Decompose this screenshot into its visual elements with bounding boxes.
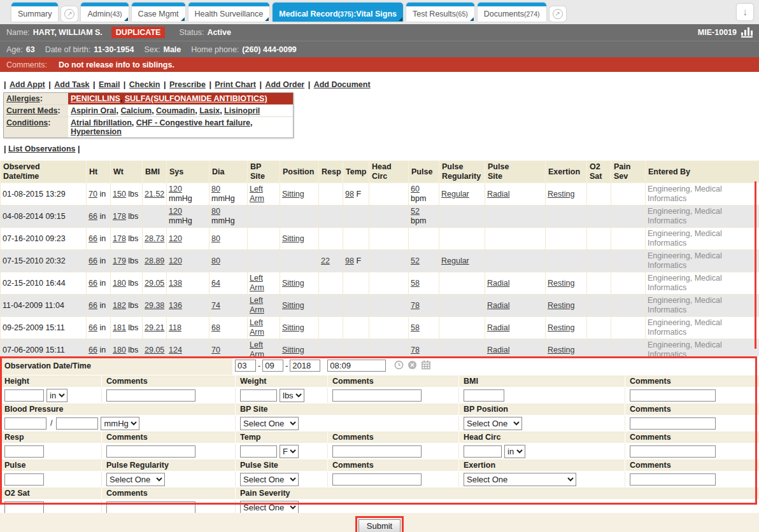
obs-value-link[interactable]: 66	[89, 346, 97, 354]
obs-value-link[interactable]: 120	[169, 256, 182, 265]
obs-value-link[interactable]: Sitting	[282, 190, 304, 199]
resp-comments-input[interactable]	[106, 445, 195, 458]
obs-value-link[interactable]: Radial	[487, 190, 509, 199]
obs-value-link[interactable]: 58	[411, 323, 420, 332]
obs-value-link[interactable]: 66	[89, 212, 97, 221]
obs-value-link[interactable]: Radial	[487, 346, 509, 354]
allergy-link[interactable]: SULFA(SULFONAMIDE ANTIBIOTICS)	[125, 94, 267, 103]
obs-value-link[interactable]: 181	[113, 323, 126, 332]
head-circ-unit-select[interactable]: in	[504, 445, 525, 458]
obs-value-link[interactable]: Left Arm	[250, 296, 264, 314]
obs-value-link[interactable]: 66	[89, 323, 97, 332]
tab-test-results[interactable]: Test Results (65)	[406, 3, 474, 22]
exertion-select[interactable]: Select One	[464, 473, 576, 486]
action-link[interactable]: Add Order	[265, 80, 304, 89]
o2-sat-input[interactable]	[4, 501, 44, 514]
obs-value-link[interactable]: Sitting	[282, 301, 304, 310]
summary-popout-button[interactable]: ↗	[61, 6, 78, 22]
pulse-site-select[interactable]: Select One	[240, 473, 299, 486]
action-link[interactable]: Checkin	[129, 80, 160, 89]
obs-value-link[interactable]: 98	[345, 190, 354, 199]
head-circ-comments-input[interactable]	[630, 445, 716, 458]
obs-value-link[interactable]: 120	[169, 185, 182, 193]
obs-value-link[interactable]: 80	[211, 256, 220, 265]
action-link[interactable]: Print Chart	[215, 80, 256, 89]
bp-site-select[interactable]: Select One	[240, 417, 299, 430]
tab-case-mgmt[interactable]: Case Mgmt	[132, 3, 185, 22]
obs-value-link[interactable]: Resting	[548, 346, 574, 354]
obs-value-link[interactable]: Radial	[487, 279, 509, 288]
chart-icon[interactable]	[741, 27, 753, 38]
obs-value-link[interactable]: 21.52	[145, 190, 164, 199]
action-link[interactable]: Add Task	[54, 80, 89, 89]
obs-value-link[interactable]: 80	[211, 207, 220, 216]
temp-comments-input[interactable]	[332, 445, 422, 458]
obs-value-link[interactable]: 124	[169, 346, 182, 354]
medication-link[interactable]: Aspirin Oral	[71, 106, 117, 115]
obs-value-link[interactable]: 120	[169, 207, 182, 216]
time-input[interactable]	[327, 360, 386, 372]
obs-value-link[interactable]: 80	[211, 234, 220, 243]
obs-value-link[interactable]: Radial	[487, 301, 509, 310]
obs-value-link[interactable]: 60	[411, 185, 420, 193]
clear-icon[interactable]	[408, 360, 417, 372]
obs-value-link[interactable]: Resting	[548, 279, 574, 288]
head-circ-input[interactable]	[464, 445, 502, 458]
pulse-regularity-select[interactable]: Select One	[106, 473, 165, 486]
pulse-input[interactable]	[4, 473, 44, 486]
condition-link[interactable]: Atrial fibrillation	[71, 118, 132, 127]
obs-value-link[interactable]: 66	[89, 234, 97, 243]
obs-value-link[interactable]: 136	[169, 301, 182, 310]
obs-value-link[interactable]: 28.89	[145, 256, 164, 265]
obs-value-link[interactable]: Resting	[548, 323, 574, 332]
medication-link[interactable]: Coumadin	[156, 106, 195, 115]
allergy-link[interactable]: PENICILLINS	[71, 94, 120, 103]
obs-value-link[interactable]: 29.05	[145, 279, 164, 288]
obs-value-link[interactable]: 80	[211, 185, 220, 193]
obs-value-link[interactable]: 68	[211, 323, 220, 332]
obs-value-link[interactable]: Sitting	[282, 323, 304, 332]
obs-value-link[interactable]: 28.73	[145, 234, 164, 243]
obs-value-link[interactable]: Resting	[548, 301, 574, 310]
date-day-input[interactable]	[262, 360, 283, 372]
weight-unit-select[interactable]: lbs	[280, 389, 304, 402]
obs-value-link[interactable]: Left Arm	[250, 274, 264, 292]
medication-link[interactable]: Lisinopril	[224, 106, 260, 115]
obs-value-link[interactable]: 178	[113, 234, 126, 243]
weight-input[interactable]	[240, 389, 277, 402]
condition-link[interactable]: Hypertension	[71, 127, 122, 136]
allergies-link[interactable]: Allergies	[6, 94, 40, 103]
obs-value-link[interactable]: 118	[169, 323, 181, 332]
obs-value-link[interactable]: 179	[113, 256, 126, 265]
condition-link[interactable]: CHF - Congestive heart failure	[136, 118, 250, 127]
medication-link[interactable]: Calcium	[121, 106, 152, 115]
height-unit-select[interactable]: in	[46, 389, 67, 402]
obs-value-link[interactable]: Left Arm	[250, 185, 264, 203]
bmi-input[interactable]	[464, 389, 504, 402]
bp-systolic-input[interactable]	[4, 417, 46, 430]
action-link[interactable]: Add Appt	[10, 80, 45, 89]
documents-popout-button[interactable]: ↗	[550, 6, 566, 22]
pulse-comments-input[interactable]	[332, 473, 422, 486]
temp-input[interactable]	[240, 445, 277, 458]
obs-value-link[interactable]: 66	[89, 256, 97, 265]
weight-comments-input[interactable]	[332, 389, 422, 402]
obs-value-link[interactable]: 78	[411, 346, 420, 354]
medication-link[interactable]: Lasix	[199, 106, 220, 115]
action-link[interactable]: Email	[99, 80, 120, 89]
action-link[interactable]: Prescribe	[169, 80, 206, 89]
bp-unit-select[interactable]: mmHg	[101, 417, 139, 430]
pain-severity-select[interactable]: Select One	[240, 501, 299, 514]
bp-position-select[interactable]: Select One	[464, 417, 522, 430]
obs-value-link[interactable]: 70	[89, 190, 97, 199]
obs-value-link[interactable]: 120	[169, 234, 182, 243]
obs-value-link[interactable]: 29.05	[145, 346, 164, 354]
obs-value-link[interactable]: 180	[113, 279, 126, 288]
tab-documents[interactable]: Documents (274)	[478, 3, 546, 22]
date-year-input[interactable]	[290, 360, 320, 372]
clock-icon[interactable]	[394, 360, 404, 372]
date-month-input[interactable]	[235, 360, 256, 372]
exertion-comments-input[interactable]	[630, 473, 716, 486]
obs-value-link[interactable]: 138	[169, 279, 182, 288]
obs-value-link[interactable]: 150	[113, 190, 126, 199]
